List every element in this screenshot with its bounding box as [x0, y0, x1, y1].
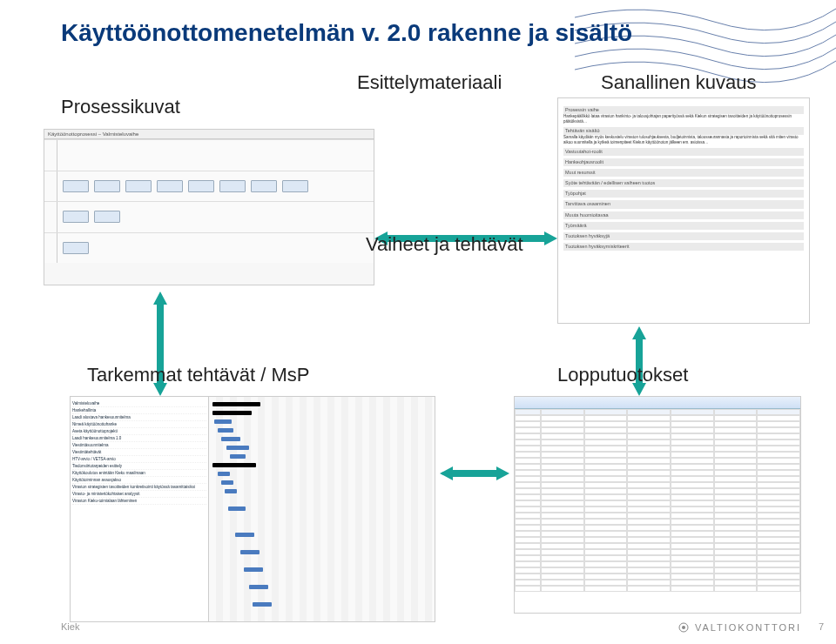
excel-cell: [627, 525, 671, 531]
textdoc-row: Hankeohjausroolit: [563, 158, 804, 166]
excel-cell: [627, 488, 671, 494]
excel-cell: [541, 427, 584, 433]
excel-cell: [584, 433, 628, 439]
textdoc-line: Samalla käydään myös keskustelu viraston…: [563, 135, 804, 145]
textdoc-row: Muuta huomioitavaa: [563, 211, 804, 219]
excel-cell: [671, 531, 714, 537]
excel-cell: [627, 519, 671, 525]
excel-cell: [714, 500, 758, 506]
gantt-task-row: HTV-arvio / VETSA-arvio: [72, 456, 206, 463]
excel-cell: [515, 409, 541, 415]
excel-cell: [627, 482, 671, 488]
excel-cell: [714, 574, 758, 580]
page-number: 7: [819, 621, 824, 632]
excel-cell: [584, 409, 628, 415]
excel-cell: [671, 482, 714, 488]
excel-cell: [541, 561, 584, 567]
excel-cell: [515, 531, 541, 537]
excel-cell: [515, 476, 541, 482]
excel-cell: [515, 506, 541, 513]
excel-cell: [627, 476, 671, 482]
thumbnail-description-table: Prosessin vaihe Hankepäällikkö lataa vir…: [557, 97, 810, 324]
excel-cell: [541, 519, 584, 525]
excel-cell: [515, 488, 541, 494]
excel-cell: [671, 555, 714, 561]
excel-cell: [757, 452, 800, 458]
excel-cell: [515, 555, 541, 561]
excel-cell: [671, 452, 714, 458]
textdoc-line: Hankepäällikkö lataa viraston hankinto- …: [563, 114, 804, 124]
excel-cell: [671, 488, 714, 494]
excel-cell: [515, 519, 541, 525]
excel-cell: [671, 580, 714, 586]
thumbnail-gantt-chart: ValmisteluvaiheHankehallintaLaadi alusta…: [70, 396, 435, 622]
excel-cell: [627, 427, 671, 433]
excel-cell: [757, 549, 800, 555]
logo-icon: [678, 621, 690, 634]
label-esittely: Esittelymateriaali: [357, 71, 502, 94]
excel-cell: [714, 513, 758, 519]
excel-cell: [541, 421, 584, 427]
excel-cell: [541, 476, 584, 482]
excel-cell: [515, 580, 541, 586]
excel-cell: [627, 446, 671, 452]
excel-cell: [757, 464, 800, 470]
excel-cell: [584, 470, 628, 476]
excel-cell: [627, 421, 671, 427]
excel-cell: [515, 500, 541, 506]
excel-cell: [757, 482, 800, 488]
excel-cell: [714, 580, 758, 586]
excel-cell: [627, 549, 671, 555]
excel-cell: [541, 500, 584, 506]
excel-cell: [714, 415, 758, 421]
excel-cell: [714, 433, 758, 439]
gantt-task-row: Virasto- ja ministeriökohtaiset analyysi…: [72, 491, 206, 498]
excel-cell: [627, 531, 671, 537]
excel-cell: [714, 470, 758, 476]
textdoc-row: Tarvittava osaaminen: [563, 200, 804, 208]
excel-cell: [584, 452, 628, 458]
gantt-task-row: Aseta käyttöönottoprojekti: [72, 428, 206, 435]
excel-cell: [541, 482, 584, 488]
excel-cell: [714, 519, 758, 525]
excel-cell: [671, 549, 714, 555]
arrow-gantt-to-excel: [440, 461, 509, 496]
svg-point-5: [682, 626, 685, 629]
excel-cell: [714, 506, 758, 513]
textdoc-row: Tuotoksen hyväksyjä: [563, 232, 804, 240]
gantt-task-row: Käyttökoulutus enintään Kieku maailmaan: [72, 470, 206, 477]
excel-cell: [714, 494, 758, 500]
excel-cell: [671, 543, 714, 549]
excel-cell: [584, 574, 628, 580]
excel-cell: [757, 574, 800, 580]
excel-cell: [714, 549, 758, 555]
excel-cell: [671, 537, 714, 543]
excel-cell: [584, 500, 628, 506]
label-prosessikuvat: Prosessikuvat: [61, 96, 180, 118]
excel-cell: [757, 427, 800, 433]
excel-cell: [515, 415, 541, 421]
excel-cell: [714, 543, 758, 549]
excel-cell: [671, 409, 714, 415]
excel-cell: [714, 555, 758, 561]
excel-cell: [757, 555, 800, 561]
excel-cell: [584, 427, 628, 433]
excel-cell: [584, 561, 628, 567]
gantt-task-row: Laadi alustava hankesuunnitelma: [72, 414, 206, 421]
excel-cell: [584, 586, 628, 592]
gantt-task-row: Valmisteluvaihe: [72, 400, 206, 407]
excel-cell: [757, 506, 800, 513]
excel-cell: [515, 446, 541, 452]
excel-cell: [627, 543, 671, 549]
excel-cell: [541, 494, 584, 500]
excel-cell: [757, 519, 800, 525]
excel-cell: [515, 525, 541, 531]
excel-cell: [515, 549, 541, 555]
excel-cell: [584, 531, 628, 537]
excel-cell: [627, 464, 671, 470]
excel-cell: [541, 549, 584, 555]
textdoc-row: Työmäärä: [563, 222, 804, 230]
gantt-task-row: Nimeä käyttöönottohanke: [72, 421, 206, 428]
excel-cell: [627, 470, 671, 476]
excel-cell: [714, 567, 758, 574]
